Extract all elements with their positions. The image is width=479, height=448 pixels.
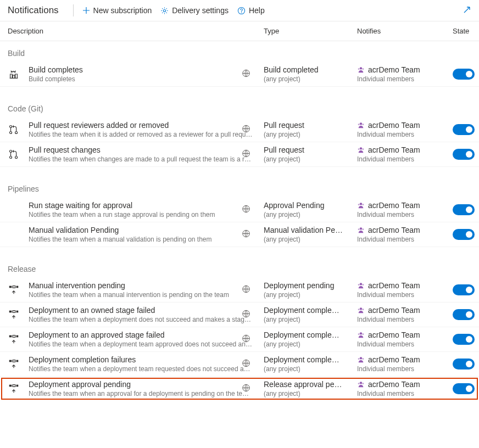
col-type[interactable]: Type [264, 27, 357, 35]
svg-rect-43 [13, 335, 15, 338]
svg-point-17 [360, 147, 362, 149]
svg-point-10 [360, 122, 362, 125]
section-title: Pipelines [0, 177, 479, 198]
svg-rect-36 [13, 311, 15, 313]
type-text: Release approval pe… [264, 380, 357, 389]
svg-rect-50 [13, 360, 15, 362]
state-toggle[interactable] [453, 309, 475, 320]
svg-point-5 [363, 68, 364, 70]
expand-icon [463, 5, 471, 14]
help-button[interactable]: Help [237, 6, 265, 15]
section-title: Code (Git) [0, 97, 479, 117]
pullrequest-icon [8, 148, 29, 160]
row-description: Deployment to an owned stage failedNotif… [29, 306, 264, 323]
team-members: Individual members [357, 390, 453, 397]
expand-button[interactable] [463, 5, 471, 16]
svg-rect-49 [9, 360, 12, 362]
state-toggle[interactable] [453, 229, 475, 240]
type-text: Deployment comple… [264, 306, 357, 315]
state-toggle[interactable] [453, 383, 475, 394]
state-toggle[interactable] [453, 334, 475, 345]
team-members: Individual members [357, 131, 453, 138]
svg-point-60 [360, 382, 362, 384]
row-type: Manual validation Pe…(any project) [264, 226, 357, 243]
svg-point-34 [363, 284, 364, 285]
row-description: Pull request reviewers added or removedN… [29, 121, 264, 138]
team-name: acrDemo Team [357, 201, 453, 210]
row-title: Manual validation Pending [29, 226, 253, 234]
row-notifies: acrDemo TeamIndividual members [357, 380, 453, 397]
type-text: Pull request [264, 121, 357, 130]
notification-row[interactable]: Deployment to an approved stage failedNo… [0, 327, 479, 352]
row-subtitle: Notifies the team when a deployment team… [29, 340, 253, 348]
notification-row[interactable]: Deployment to an owned stage failedNotif… [0, 303, 479, 327]
state-toggle[interactable] [453, 359, 475, 369]
release-icon [8, 333, 29, 345]
help-label: Help [249, 6, 265, 15]
new-subscription-button[interactable]: New subscription [82, 6, 152, 15]
row-subtitle: Notifies the team when an approval for a… [29, 390, 253, 397]
svg-point-0 [164, 9, 166, 12]
svg-point-6 [9, 125, 12, 127]
type-text: Deployment comple… [264, 355, 357, 364]
state-toggle[interactable] [453, 284, 475, 295]
row-subtitle: Notifies the team when a run stage appro… [29, 211, 253, 219]
col-state[interactable]: State [453, 27, 479, 35]
release-icon [8, 309, 29, 321]
row-description: Pull request changesNotifies the team wh… [29, 145, 264, 163]
page-header: Notifications New subscription Delivery … [0, 0, 479, 21]
row-notifies: acrDemo TeamIndividual members [357, 306, 453, 323]
row-title: Manual intervention pending [29, 281, 253, 290]
globe-icon [242, 149, 250, 160]
svg-point-13 [9, 150, 12, 152]
notification-row[interactable]: Pull request reviewers added or removedN… [0, 117, 479, 142]
col-notifies[interactable]: Notifies [357, 27, 453, 35]
team-name: acrDemo Team [357, 281, 453, 290]
row-description: Deployment approval pendingNotifies the … [29, 380, 264, 397]
team-name: acrDemo Team [357, 306, 453, 315]
row-subtitle: Notifies the team when a deployment does… [29, 316, 253, 323]
new-subscription-label: New subscription [93, 6, 152, 15]
notification-row[interactable]: Pull request changesNotifies the team wh… [0, 142, 479, 167]
page-title: Notifications [8, 5, 64, 16]
gear-icon [160, 7, 169, 15]
row-type: Deployment comple…(any project) [264, 306, 357, 323]
row-notifies: acrDemo TeamIndividual members [357, 226, 453, 243]
state-toggle[interactable] [453, 149, 475, 160]
state-toggle[interactable] [453, 69, 475, 80]
type-scope: (any project) [264, 155, 357, 163]
team-members: Individual members [357, 211, 453, 219]
svg-point-4 [358, 68, 360, 70]
notification-row[interactable]: Run stage waiting for approvalNotifies t… [0, 198, 479, 222]
row-description: Deployment completion failuresNotifies t… [29, 355, 264, 373]
state-toggle[interactable] [453, 204, 475, 215]
notification-row[interactable]: Build completesBuild completesBuild comp… [0, 62, 479, 87]
row-notifies: acrDemo TeamIndividual members [357, 65, 453, 83]
globe-icon [242, 285, 250, 295]
svg-point-21 [360, 203, 362, 205]
svg-point-47 [358, 333, 360, 335]
svg-point-22 [358, 204, 360, 205]
type-scope: (any project) [264, 131, 357, 138]
team-members: Individual members [357, 236, 453, 243]
notification-row[interactable]: Manual intervention pendingNotifies the … [0, 278, 479, 303]
team-members: Individual members [357, 316, 453, 323]
notification-row[interactable]: Manual validation PendingNotifies the te… [0, 222, 479, 247]
notification-row[interactable]: Deployment completion failuresNotifies t… [0, 352, 479, 377]
globe-icon [242, 125, 250, 135]
release-icon [8, 284, 29, 296]
row-subtitle: Notifies the team when it is added or re… [29, 131, 253, 138]
svg-point-32 [360, 283, 362, 285]
svg-point-18 [358, 148, 360, 150]
col-description[interactable]: Description [8, 27, 264, 35]
section-title: Build [0, 41, 479, 62]
row-type: Deployment comple…(any project) [264, 331, 357, 348]
svg-rect-57 [13, 385, 15, 387]
row-notifies: acrDemo TeamIndividual members [357, 145, 453, 163]
notification-row[interactable]: Deployment approval pendingNotifies the … [1, 378, 478, 400]
state-toggle[interactable] [453, 124, 475, 135]
delivery-settings-button[interactable]: Delivery settings [160, 6, 229, 15]
row-notifies: acrDemo TeamIndividual members [357, 331, 453, 348]
row-subtitle: Notifies the team when a deployment team… [29, 365, 253, 373]
svg-point-61 [358, 383, 360, 384]
